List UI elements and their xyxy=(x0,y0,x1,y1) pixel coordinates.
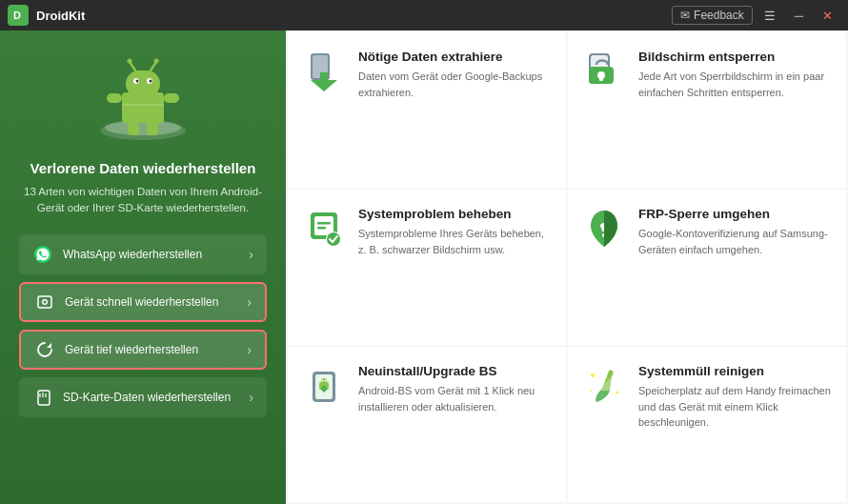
svg-point-54 xyxy=(590,390,592,392)
whatsapp-label: WhatsApp wiederherstellen xyxy=(63,248,239,261)
app-logo: D xyxy=(8,5,29,26)
card-system[interactable]: Systemproblem beheben Systemprobleme Ihr… xyxy=(288,190,566,345)
extract-content: Nötige Daten extrahiere Daten vom Gerät … xyxy=(358,50,551,100)
menu-button[interactable]: ☰ xyxy=(757,5,783,26)
deep-restore-arrow: › xyxy=(247,342,252,357)
frp-title: FRP-Sperre umgehen xyxy=(638,207,831,221)
svg-rect-39 xyxy=(317,227,326,230)
extract-title: Nötige Daten extrahiere xyxy=(358,50,551,64)
card-unlock[interactable]: Bildschirm entsperren Jede Art von Sperr… xyxy=(568,32,846,188)
svg-rect-14 xyxy=(107,93,122,103)
reinstall-desc: Android-BS vom Gerät mit 1 Klick neu ins… xyxy=(358,383,551,414)
feedback-label: Feedback xyxy=(694,9,744,22)
close-button[interactable]: ✕ xyxy=(815,5,840,26)
svg-point-12 xyxy=(128,59,132,64)
svg-point-13 xyxy=(154,59,159,64)
unlock-desc: Jede Art von Sperrbildschirm in ein paar… xyxy=(638,69,831,100)
whatsapp-icon xyxy=(32,244,53,265)
svg-rect-15 xyxy=(164,93,179,103)
frp-desc: Google-Kontoverifizierung auf Samsung-Ge… xyxy=(638,226,831,257)
svg-rect-17 xyxy=(147,122,158,135)
svg-point-22 xyxy=(44,300,47,303)
svg-rect-50 xyxy=(322,386,326,390)
frp-icon xyxy=(583,207,625,249)
card-reinstall[interactable]: Neuinstall/Upgrade BS Android-BS vom Ger… xyxy=(288,347,566,502)
titlebar-left: D DroidKit xyxy=(8,5,85,26)
system-icon xyxy=(303,207,345,249)
svg-rect-5 xyxy=(126,71,160,97)
clean-title: Systemmüll reinigen xyxy=(638,364,831,378)
reinstall-title: Neuinstall/Upgrade BS xyxy=(358,364,551,378)
clean-content: Systemmüll reinigen Speicherplatz auf de… xyxy=(638,364,831,431)
svg-text:D: D xyxy=(13,10,21,21)
menu-item-whatsapp[interactable]: WhatsApp wiederherstellen › xyxy=(19,234,267,274)
left-panel: Verlorene Daten wiederherstellen 13 Arte… xyxy=(0,30,286,504)
svg-point-48 xyxy=(325,380,327,382)
frp-content: FRP-Sperre umgehen Google-Kontoverifizie… xyxy=(638,207,831,257)
card-frp[interactable]: FRP-Sperre umgehen Google-Kontoverifizie… xyxy=(568,190,846,345)
feedback-button[interactable]: ✉ Feedback xyxy=(672,6,753,25)
menu-item-quick[interactable]: Gerät schnell wiederherstellen › xyxy=(19,282,267,322)
svg-line-10 xyxy=(130,62,135,71)
hero-image xyxy=(86,50,200,145)
feature-title: Verlorene Daten wiederherstellen xyxy=(30,160,256,176)
unlock-title: Bildschirm entsperren xyxy=(638,50,831,64)
quick-restore-arrow: › xyxy=(247,294,252,310)
svg-point-8 xyxy=(136,80,139,83)
app-title: DroidKit xyxy=(36,9,85,23)
menu-item-deep[interactable]: Gerät tief wiederherstellen › xyxy=(19,330,267,370)
svg-rect-23 xyxy=(38,391,50,405)
clean-icon xyxy=(583,364,625,406)
close-icon: ✕ xyxy=(822,9,833,23)
titlebar: D DroidKit ✉ Feedback ☰ ─ ✕ xyxy=(0,0,848,30)
extract-desc: Daten vom Gerät oder Google-Backups extr… xyxy=(358,69,551,100)
clean-desc: Speicherplatz auf dem Handy freimachen u… xyxy=(638,383,831,431)
sdcard-label: SD-Karte-Daten wiederherstellen xyxy=(63,391,239,404)
system-title: Systemproblem beheben xyxy=(358,207,551,221)
sdcard-icon xyxy=(32,387,53,408)
mail-icon: ✉ xyxy=(680,9,690,22)
quick-restore-label: Gerät schnell wiederherstellen xyxy=(65,295,237,309)
svg-point-9 xyxy=(150,80,152,83)
deep-restore-icon xyxy=(34,339,55,360)
unlock-icon xyxy=(583,50,625,91)
unlock-content: Bildschirm entsperren Jede Art von Sperr… xyxy=(638,50,831,100)
svg-rect-30 xyxy=(320,72,328,84)
menu-icon: ☰ xyxy=(764,9,776,23)
menu-item-sdcard[interactable]: SD-Karte-Daten wiederherstellen › xyxy=(19,377,267,417)
svg-line-11 xyxy=(151,62,156,71)
svg-point-53 xyxy=(616,392,619,394)
quick-restore-icon xyxy=(34,292,55,312)
main-content: Verlorene Daten wiederherstellen 13 Arte… xyxy=(0,30,848,504)
system-content: Systemproblem beheben Systemprobleme Ihr… xyxy=(358,207,551,257)
extract-icon xyxy=(303,50,345,91)
whatsapp-arrow: › xyxy=(249,247,253,262)
system-desc: Systemprobleme Ihres Geräts beheben, z. … xyxy=(358,226,551,257)
right-panel: Nötige Daten extrahiere Daten vom Gerät … xyxy=(286,30,848,504)
minimize-icon: ─ xyxy=(795,9,803,23)
deep-restore-label: Gerät tief wiederherstellen xyxy=(65,343,237,356)
svg-rect-38 xyxy=(317,222,331,225)
svg-point-52 xyxy=(591,373,595,377)
svg-rect-35 xyxy=(599,75,603,81)
feature-desc: 13 Arten von wichtigen Daten von Ihrem A… xyxy=(19,184,267,217)
reinstall-content: Neuinstall/Upgrade BS Android-BS vom Ger… xyxy=(358,364,551,414)
titlebar-right: ✉ Feedback ☰ ─ ✕ xyxy=(672,5,840,26)
reinstall-icon xyxy=(303,364,345,406)
svg-point-47 xyxy=(322,380,324,382)
card-extract[interactable]: Nötige Daten extrahiere Daten vom Gerät … xyxy=(288,32,566,188)
svg-rect-16 xyxy=(128,122,139,135)
minimize-button[interactable]: ─ xyxy=(787,5,811,26)
card-clean[interactable]: Systemmüll reinigen Speicherplatz auf de… xyxy=(568,347,846,502)
sdcard-arrow: › xyxy=(249,390,253,405)
